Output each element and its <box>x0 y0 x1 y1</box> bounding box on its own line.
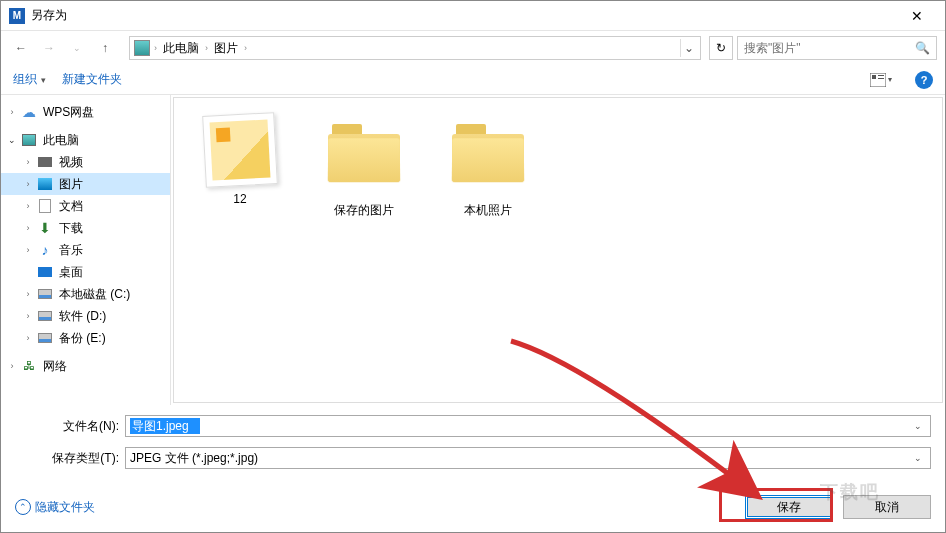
filename-input[interactable] <box>130 418 200 434</box>
expand-icon[interactable]: › <box>21 177 35 191</box>
tree-item-桌面[interactable]: 桌面 <box>1 261 170 283</box>
collapse-icon: ⌃ <box>15 499 31 515</box>
refresh-button[interactable]: ↻ <box>709 36 733 60</box>
filetype-value: JPEG 文件 (*.jpeg;*.jpg) <box>130 450 258 467</box>
window-title: 另存为 <box>31 7 897 24</box>
title-bar: M 另存为 ✕ <box>1 1 945 31</box>
tree-item-音乐[interactable]: ›♪音乐 <box>1 239 170 261</box>
chevron-right-icon: › <box>205 43 208 53</box>
tree-item-label: 本地磁盘 (C:) <box>59 286 130 303</box>
tree-item-label: 软件 (D:) <box>59 308 106 325</box>
cloud-icon: ☁ <box>21 104 37 120</box>
tree-item-label: 下载 <box>59 220 83 237</box>
back-button[interactable]: ← <box>9 36 33 60</box>
new-folder-label: 新建文件夹 <box>62 71 122 88</box>
nav-bar: ← → ⌄ ↑ › 此电脑 › 图片 › ⌄ ↻ 🔍 <box>1 31 945 65</box>
file-item[interactable]: 本机照片 <box>438 114 538 219</box>
organize-label: 组织 <box>13 71 37 88</box>
tree-item-此电脑[interactable]: ⌄此电脑 <box>1 129 170 151</box>
chevron-right-icon: › <box>244 43 247 53</box>
pc-icon <box>21 132 37 148</box>
save-button[interactable]: 保存 <box>745 495 833 519</box>
new-folder-button[interactable]: 新建文件夹 <box>62 71 122 88</box>
filename-label: 文件名(N): <box>15 418 125 435</box>
tree-item-WPS网盘[interactable]: ›☁WPS网盘 <box>1 101 170 123</box>
breadcrumb-this-pc[interactable]: 此电脑 <box>161 40 201 57</box>
cancel-label: 取消 <box>875 499 899 516</box>
expand-icon[interactable]: › <box>21 221 35 235</box>
footer: ⌃ 隐藏文件夹 保存 取消 <box>1 485 945 533</box>
down-icon: ⬇ <box>37 220 53 236</box>
tree-item-文档[interactable]: ›文档 <box>1 195 170 217</box>
expand-icon[interactable]: › <box>21 309 35 323</box>
tree-item-label: 图片 <box>59 176 83 193</box>
sidebar: ›☁WPS网盘⌄此电脑›视频›图片›文档›⬇下载›♪音乐桌面›本地磁盘 (C:)… <box>1 95 171 405</box>
tree-item-label: 桌面 <box>59 264 83 281</box>
expand-icon[interactable]: › <box>21 243 35 257</box>
pic-icon <box>37 176 53 192</box>
tree-item-label: 视频 <box>59 154 83 171</box>
file-item[interactable]: 12 <box>190 114 290 206</box>
tree-item-网络[interactable]: ›🖧网络 <box>1 355 170 377</box>
expand-icon[interactable]: › <box>21 331 35 345</box>
tree-item-label: 此电脑 <box>43 132 79 149</box>
toolbar: 组织 ▾ 新建文件夹 ▾ ? <box>1 65 945 95</box>
address-bar[interactable]: › 此电脑 › 图片 › ⌄ <box>129 36 701 60</box>
tree-item-label: 音乐 <box>59 242 83 259</box>
expand-icon[interactable]: › <box>21 287 35 301</box>
tree-item-label: 备份 (E:) <box>59 330 106 347</box>
tree-item-软件 (D:)[interactable]: ›软件 (D:) <box>1 305 170 327</box>
forward-button[interactable]: → <box>37 36 61 60</box>
tree-item-本地磁盘 (C:)[interactable]: ›本地磁盘 (C:) <box>1 283 170 305</box>
recent-dropdown[interactable]: ⌄ <box>65 36 89 60</box>
net-icon: 🖧 <box>21 358 37 374</box>
cancel-button[interactable]: 取消 <box>843 495 931 519</box>
file-list[interactable]: 12保存的图片本机照片 <box>173 97 943 403</box>
disk-icon <box>37 286 53 302</box>
music-icon: ♪ <box>37 242 53 258</box>
file-name: 保存的图片 <box>314 202 414 219</box>
expand-icon[interactable]: › <box>5 105 19 119</box>
filetype-dropdown[interactable]: ⌄ <box>910 453 926 463</box>
file-item[interactable]: 保存的图片 <box>314 114 414 219</box>
doc-icon <box>37 198 53 214</box>
filetype-field[interactable]: JPEG 文件 (*.jpeg;*.jpg) ⌄ <box>125 447 931 469</box>
desk-icon <box>37 264 53 280</box>
chevron-down-icon: ▾ <box>41 75 46 85</box>
chevron-right-icon: › <box>154 43 157 53</box>
tree-item-视频[interactable]: ›视频 <box>1 151 170 173</box>
expand-icon[interactable]: › <box>21 199 35 213</box>
file-name: 12 <box>190 192 290 206</box>
app-icon: M <box>9 8 25 24</box>
hide-folders-button[interactable]: ⌃ 隐藏文件夹 <box>15 499 95 516</box>
up-button[interactable]: ↑ <box>93 36 117 60</box>
filetype-label: 保存类型(T): <box>15 450 125 467</box>
svg-rect-2 <box>878 75 884 76</box>
file-name: 本机照片 <box>438 202 538 219</box>
expand-icon[interactable] <box>21 265 35 279</box>
disk-icon <box>37 308 53 324</box>
search-input[interactable] <box>744 41 915 55</box>
expand-icon[interactable]: › <box>21 155 35 169</box>
filename-dropdown[interactable]: ⌄ <box>910 421 926 431</box>
help-button[interactable]: ? <box>915 71 933 89</box>
tree-item-备份 (E:)[interactable]: ›备份 (E:) <box>1 327 170 349</box>
tree-item-图片[interactable]: ›图片 <box>1 173 170 195</box>
tree-item-label: WPS网盘 <box>43 104 94 121</box>
search-box[interactable]: 🔍 <box>737 36 937 60</box>
expand-icon[interactable]: ⌄ <box>5 133 19 147</box>
organize-button[interactable]: 组织 ▾ <box>13 71 46 88</box>
close-button[interactable]: ✕ <box>897 2 937 30</box>
filename-field[interactable]: ⌄ <box>125 415 931 437</box>
save-fields: 文件名(N): ⌄ 保存类型(T): JPEG 文件 (*.jpeg;*.jpg… <box>1 405 945 485</box>
save-label: 保存 <box>777 499 801 516</box>
tree-item-label: 网络 <box>43 358 67 375</box>
address-dropdown[interactable]: ⌄ <box>680 39 696 57</box>
video-icon <box>37 154 53 170</box>
svg-rect-1 <box>872 75 876 79</box>
view-button[interactable]: ▾ <box>869 68 893 92</box>
breadcrumb-pictures[interactable]: 图片 <box>212 40 240 57</box>
tree-item-下载[interactable]: ›⬇下载 <box>1 217 170 239</box>
expand-icon[interactable]: › <box>5 359 19 373</box>
search-icon: 🔍 <box>915 41 930 55</box>
